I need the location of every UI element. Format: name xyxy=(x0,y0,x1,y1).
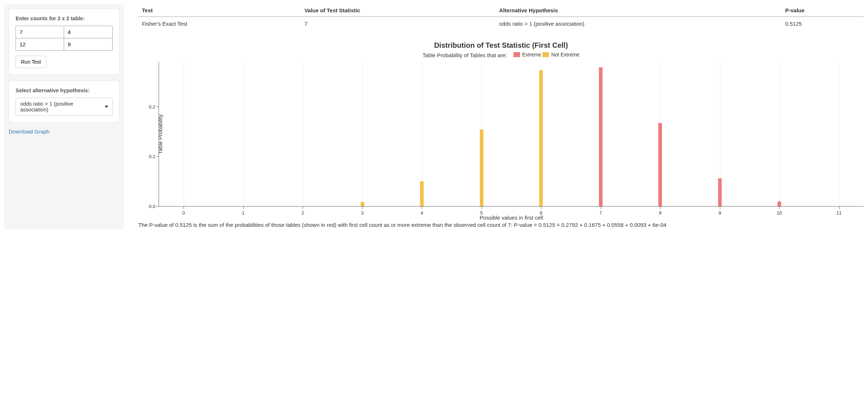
x-tick-label: 11 xyxy=(836,210,842,216)
alt-hyp-well: Select alternative hypothesis: odds rati… xyxy=(9,81,119,123)
x-tick-label: 10 xyxy=(777,210,782,216)
alt-hyp-select-wrap: odds ratio > 1 (positive association) xyxy=(16,98,113,116)
cell-statistic: 7 xyxy=(301,17,496,30)
bar xyxy=(658,123,662,206)
x-tick-label: 8 xyxy=(659,210,662,216)
x-tick xyxy=(362,206,363,209)
run-test-button[interactable]: Run Test xyxy=(16,56,46,68)
gridline xyxy=(243,62,244,206)
legend-label: Extreme xyxy=(522,52,541,58)
legend-swatch xyxy=(542,52,549,57)
chart-subtitle: Table Probability of Tables that are: xyxy=(423,52,507,58)
x-tick xyxy=(660,206,661,209)
y-axis-label: Table Probability xyxy=(157,114,163,154)
gridline xyxy=(184,62,184,206)
y-tick xyxy=(156,156,159,157)
sidebar: Enter counts for 2 x 2 table: Run Test S… xyxy=(4,4,124,229)
x-tick xyxy=(779,206,780,209)
bar xyxy=(777,202,781,206)
x-tick xyxy=(243,206,244,209)
cell-a-input[interactable] xyxy=(16,26,64,38)
bar xyxy=(361,202,364,206)
download-graph-link[interactable]: Download Graph xyxy=(9,128,50,135)
alt-hyp-label: Select alternative hypothesis: xyxy=(16,88,113,93)
results-table: Test Value of Test Statistic Alternative… xyxy=(138,4,864,30)
gridline xyxy=(362,62,363,206)
x-axis-label: Possible values in first cell xyxy=(479,215,543,221)
chart-legend-row: Table Probability of Tables that are: Ex… xyxy=(138,52,864,58)
gridline xyxy=(303,62,303,206)
x-tick xyxy=(601,206,601,209)
y-tick-label: 0.0 xyxy=(147,204,155,209)
x-tick xyxy=(720,206,720,209)
y-tick-label: 0.2 xyxy=(147,104,155,109)
y-tick xyxy=(156,107,159,107)
cell-pvalue: 0.5125 xyxy=(781,17,864,30)
alt-hyp-select[interactable]: odds ratio > 1 (positive association) xyxy=(16,98,113,116)
counts-grid xyxy=(16,26,113,51)
x-tick-label: 9 xyxy=(718,210,721,216)
chart-area: Table Probability Possible values in fir… xyxy=(159,62,864,207)
col-alternative: Alternative Hypothesis xyxy=(495,4,781,17)
x-tick-label: 2 xyxy=(302,210,304,216)
gridline xyxy=(779,62,780,206)
x-tick xyxy=(422,206,422,209)
cell-b-input[interactable] xyxy=(64,26,112,38)
chart: Distribution of Test Statistic (First Ce… xyxy=(138,41,864,207)
x-tick-label: 0 xyxy=(182,210,185,216)
legend-item: Not Extreme xyxy=(542,52,579,58)
x-tick-label: 1 xyxy=(242,210,244,216)
x-tick xyxy=(839,206,839,209)
x-tick xyxy=(482,206,482,209)
bar xyxy=(480,130,483,206)
col-pvalue: P-value xyxy=(781,4,864,17)
gridline xyxy=(839,62,839,206)
x-tick-label: 6 xyxy=(540,210,542,216)
legend-swatch xyxy=(513,52,520,57)
x-tick-label: 7 xyxy=(599,210,602,216)
x-tick-label: 4 xyxy=(421,210,423,216)
chart-title: Distribution of Test Statistic (First Ce… xyxy=(138,41,864,50)
col-statistic: Value of Test Statistic xyxy=(301,4,496,17)
cell-alternative: odds ratio > 1 (positive association) xyxy=(495,17,781,30)
x-tick-label: 5 xyxy=(480,210,483,216)
bar xyxy=(718,178,722,206)
cell-c-input[interactable] xyxy=(16,38,64,50)
x-tick xyxy=(303,206,303,209)
bar xyxy=(420,181,424,206)
x-tick xyxy=(184,206,184,209)
y-tick-label: 0.1 xyxy=(147,154,155,159)
col-test: Test xyxy=(138,4,301,17)
x-tick-label: 3 xyxy=(361,210,364,216)
counts-label: Enter counts for 2 x 2 table: xyxy=(16,16,113,21)
legend-item: Extreme xyxy=(513,52,541,58)
legend-label: Not Extreme xyxy=(551,52,579,58)
cell-d-input[interactable] xyxy=(64,38,112,50)
x-tick xyxy=(541,206,541,209)
y-tick xyxy=(156,206,159,207)
cell-test: Fisher's Exact Test xyxy=(138,17,301,30)
table-row: Fisher's Exact Test 7 odds ratio > 1 (po… xyxy=(138,17,864,30)
counts-well: Enter counts for 2 x 2 table: Run Test xyxy=(9,9,119,75)
bar xyxy=(599,67,603,206)
bar xyxy=(539,70,543,206)
results-panel: Test Value of Test Statistic Alternative… xyxy=(138,4,864,229)
explanation-text: The P-value of 0.5125 is the sum of the … xyxy=(138,221,864,229)
